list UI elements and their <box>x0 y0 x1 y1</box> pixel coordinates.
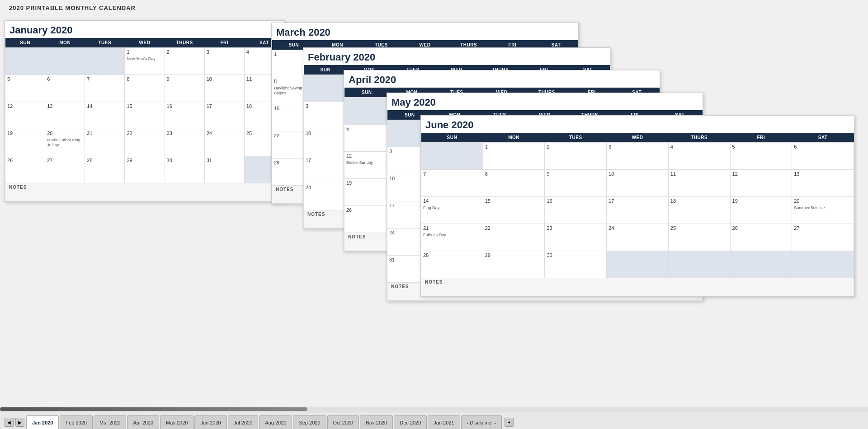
tab-aug-2020[interactable]: Aug 2020 <box>259 415 292 429</box>
tab-nov-2020[interactable]: Nov 2020 <box>360 415 393 429</box>
table-row: 6 <box>792 143 854 170</box>
april-title: April 2020 <box>344 70 660 88</box>
may-title: May 2020 <box>387 93 703 110</box>
table-row: 28 <box>85 156 125 183</box>
tab-jul-2020[interactable]: Jul 2020 <box>228 415 259 429</box>
table-row: 11 <box>668 170 730 197</box>
tab-add-button[interactable]: + <box>505 418 514 427</box>
january-title: January 2020 <box>5 21 284 38</box>
table-row: 3 <box>304 102 348 129</box>
table-row: 20Martin Luther King Jr Day <box>45 129 85 156</box>
table-row: 16 <box>165 102 204 129</box>
table-row: 1New Year's Day <box>125 48 165 75</box>
tab-prev-button[interactable]: ◀ <box>5 418 14 427</box>
table-row: 1 <box>483 143 545 170</box>
table-row: 8 <box>483 170 545 197</box>
table-row: 4 <box>668 143 730 170</box>
table-row: 3 <box>204 48 244 75</box>
calendar-june: June 2020 SUN MON TUES WED THURS FRI SAT… <box>420 115 854 297</box>
tab-jan-2020[interactable]: Jan 2020 <box>26 415 59 429</box>
notes-label: NOTES <box>421 278 854 296</box>
col-thu: THURS <box>165 38 204 48</box>
table-row: 7 <box>85 75 125 102</box>
table-row: 17 <box>204 102 244 129</box>
tab-may-2020[interactable]: May 2020 <box>160 415 193 429</box>
table-row: 19 <box>5 129 45 156</box>
table-row: 8 <box>125 75 165 102</box>
table-row: 19 <box>344 179 390 206</box>
page-title: 2020 PRINTABLE MONTHLY CALENDAR <box>9 5 859 11</box>
february-title: February 2020 <box>303 48 610 65</box>
table-row <box>607 251 669 278</box>
table-row: 10 <box>607 170 669 197</box>
tab-bar: ◀ ▶ Jan 2020 Feb 2020 Mar 2020 Apr 2020 … <box>0 411 868 429</box>
tab-mar-2020[interactable]: Mar 2020 <box>94 415 126 429</box>
march-title: March 2020 <box>272 23 578 40</box>
tab-disclaimer[interactable]: - Disclaimer - <box>461 415 502 429</box>
table-row: 29 <box>483 251 545 278</box>
tab-apr-2020[interactable]: Apr 2020 <box>127 415 159 429</box>
table-row <box>668 251 730 278</box>
tab-oct-2020[interactable]: Oct 2020 <box>327 415 359 429</box>
tab-sep-2020[interactable]: Sep 2020 <box>293 415 326 429</box>
table-row: 10 <box>204 75 244 102</box>
table-row: 27 <box>792 224 854 251</box>
table-row: 23 <box>545 224 607 251</box>
january-table: SUN MON TUES WED THURS FRI SAT 1New Year… <box>5 38 284 201</box>
tab-dec-2020[interactable]: Dec 2020 <box>394 415 427 429</box>
table-row: 5 <box>344 125 390 152</box>
tab-feb-2020[interactable]: Feb 2020 <box>60 415 92 429</box>
col-fri: FRI <box>204 38 244 48</box>
table-row: 26 <box>5 156 45 183</box>
table-row: 29 <box>125 156 165 183</box>
table-row: 19 <box>730 197 792 224</box>
table-row: 12 <box>730 170 792 197</box>
table-row: 16 <box>545 197 607 224</box>
table-row <box>304 75 348 102</box>
col-sun: SUN <box>5 38 45 48</box>
table-row: 27 <box>45 156 85 183</box>
table-row: 23 <box>165 129 204 156</box>
table-row: 14Flag Day <box>421 197 483 224</box>
table-row: 24 <box>607 224 669 251</box>
table-row: 24 <box>204 129 244 156</box>
table-row: 13 <box>45 102 85 129</box>
table-row: 5 <box>730 143 792 170</box>
table-row: 14 <box>85 102 125 129</box>
main-area: 2020 PRINTABLE MONTHLY CALENDAR January … <box>0 0 868 411</box>
tab-jun-2020[interactable]: Jun 2020 <box>194 415 226 429</box>
table-row: 2 <box>545 143 607 170</box>
calendar-january: January 2020 SUN MON TUES WED THURS FRI … <box>5 20 285 202</box>
table-row: 12 <box>5 102 45 129</box>
table-row: 21 <box>85 129 125 156</box>
table-row: 31 <box>204 156 244 183</box>
table-row <box>730 251 792 278</box>
table-row: 24 <box>304 183 348 210</box>
table-row: 26 <box>344 206 390 233</box>
col-wed: WED <box>125 38 165 48</box>
table-row: 21Father's Day <box>421 224 483 251</box>
table-row: 2 <box>165 48 204 75</box>
table-row: 17 <box>607 197 669 224</box>
table-row: 28 <box>421 251 483 278</box>
col-tue: TUES <box>85 38 125 48</box>
june-title: June 2020 <box>421 116 854 133</box>
table-row: 18 <box>668 197 730 224</box>
table-row: 15 <box>483 197 545 224</box>
table-row: 3 <box>607 143 669 170</box>
table-row: 10 <box>304 129 348 156</box>
table-row: 9 <box>545 170 607 197</box>
horizontal-scrollbar[interactable] <box>0 407 868 411</box>
table-row: 30 <box>545 251 607 278</box>
scrollbar-thumb[interactable] <box>0 407 307 411</box>
table-row <box>85 48 125 75</box>
table-row <box>792 251 854 278</box>
june-table: SUN MON TUES WED THURS FRI SAT 1 2 3 4 5 <box>421 133 854 296</box>
table-row: 26 <box>730 224 792 251</box>
tab-next-button[interactable]: ▶ <box>15 418 24 427</box>
table-row: 13 <box>792 170 854 197</box>
table-row: 20Summer Solstice <box>792 197 854 224</box>
col-mon: MON <box>45 38 85 48</box>
table-row: 17 <box>304 156 348 183</box>
tab-jan-2021[interactable]: Jan 2021 <box>428 415 460 429</box>
